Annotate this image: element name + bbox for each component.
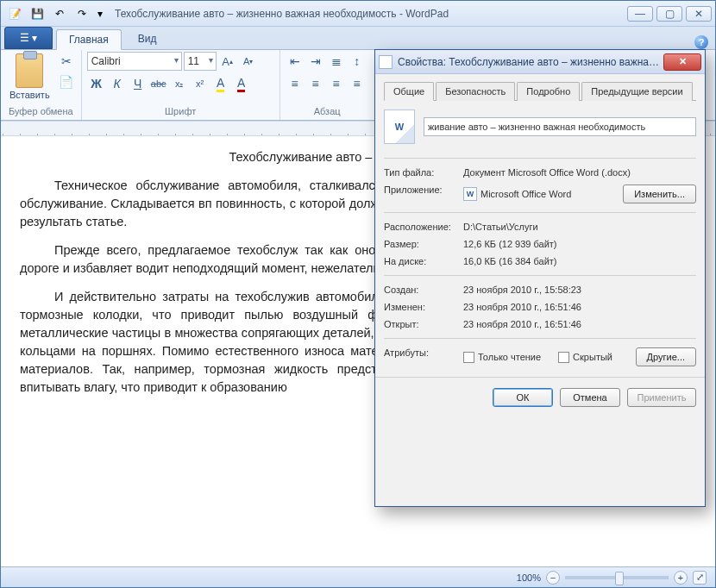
other-attrs-button[interactable]: Другие...	[636, 347, 696, 366]
tab-home[interactable]: Главная	[56, 29, 122, 50]
decrease-indent-icon[interactable]: ⇤	[286, 52, 305, 71]
clipboard-icon	[16, 53, 43, 88]
font-family-combo[interactable]: Calibri	[87, 52, 182, 71]
qat-dropdown-icon[interactable]: ▾	[94, 4, 106, 23]
group-font: Calibri 11 A▴ A▾ Ж К Ч abc x₂ x² A A	[82, 50, 280, 120]
zoom-slider[interactable]	[565, 576, 669, 579]
italic-button[interactable]: К	[108, 74, 127, 93]
row-modified: Изменен: 23 ноября 2010 г., 16:51:46	[384, 298, 696, 316]
readonly-label: Только чтение	[478, 352, 541, 362]
ondisk-label: На диске:	[384, 256, 463, 266]
zoom-label: 100%	[517, 572, 541, 583]
opened-value: 23 ноября 2010 г., 16:51:46	[463, 319, 696, 329]
tab-view[interactable]: Вид	[125, 28, 170, 49]
wp-app-icon[interactable]: 📝	[4, 4, 25, 23]
align-left-icon[interactable]: ≡	[286, 74, 305, 93]
app-value: W Microsoft Office Word	[463, 185, 623, 203]
dialog-close-button[interactable]: ✕	[663, 53, 701, 71]
underline-button[interactable]: Ч	[129, 74, 148, 93]
filetype-label: Тип файла:	[384, 167, 463, 178]
close-button[interactable]: ✕	[686, 6, 712, 22]
linespacing-icon[interactable]: ↕	[348, 52, 367, 71]
properties-dialog: Свойства: Техобслуживание авто – жизненн…	[374, 49, 706, 507]
save-icon[interactable]: 💾	[27, 4, 47, 23]
paste-button[interactable]: Вставить	[6, 52, 53, 102]
opened-label: Открыт:	[384, 319, 463, 329]
apply-button[interactable]: Применить	[627, 388, 696, 407]
hidden-label: Скрытый	[573, 352, 612, 362]
created-label: Создан:	[384, 285, 463, 295]
tab-general[interactable]: Общие	[384, 82, 434, 101]
hidden-checkbox[interactable]: Скрытый	[558, 352, 612, 363]
zoom-out-button[interactable]: −	[546, 571, 560, 585]
divider	[384, 338, 696, 339]
tab-security[interactable]: Безопасность	[436, 82, 515, 101]
shrink-font-icon[interactable]: A▾	[239, 52, 258, 71]
statusbar: 100% − + ⤢	[1, 566, 715, 587]
paste-label: Вставить	[9, 90, 50, 100]
cancel-button[interactable]: Отмена	[560, 388, 620, 407]
highlight-icon[interactable]: A	[211, 74, 230, 93]
created-value: 23 ноября 2010 г., 15:58:23	[463, 285, 696, 295]
readonly-checkbox[interactable]: Только чтение	[463, 352, 541, 363]
filename-text: живание авто – жизненно важная необходим…	[428, 122, 645, 132]
tab-previous-versions[interactable]: Предыдущие версии	[581, 82, 692, 101]
row-app: Приложение: W Microsoft Office Word Изме…	[384, 181, 696, 207]
tab-details[interactable]: Подробно	[517, 82, 580, 101]
row-opened: Открыт: 23 ноября 2010 г., 16:51:46	[384, 316, 696, 333]
checkbox-icon	[463, 352, 474, 363]
help-icon[interactable]: ?	[694, 35, 708, 49]
subscript-button[interactable]: x₂	[170, 74, 189, 93]
font-size-combo[interactable]: 11	[184, 52, 217, 71]
dialog-title: Свойства: Техобслуживание авто – жизненн…	[398, 56, 663, 68]
row-location: Расположение: D:\Статьи\Услуги	[384, 218, 696, 235]
grow-font-icon[interactable]: A▴	[218, 52, 237, 71]
attrs-label: Атрибуты:	[384, 347, 463, 366]
strike-button[interactable]: abc	[149, 74, 168, 93]
divider	[384, 158, 696, 159]
superscript-button[interactable]: x²	[191, 74, 210, 93]
word-doc-icon: W	[384, 109, 415, 144]
location-value: D:\Статьи\Услуги	[463, 222, 696, 232]
menu-icon: ☰ ▾	[20, 32, 37, 44]
minimize-button[interactable]: —	[627, 6, 653, 22]
dialog-tabs: Общие Безопасность Подробно Предыдущие в…	[384, 81, 696, 101]
change-app-button[interactable]: Изменить...	[623, 185, 696, 203]
zoom-in-button[interactable]: +	[674, 571, 688, 585]
bold-button[interactable]: Ж	[87, 74, 106, 93]
ok-button[interactable]: ОК	[493, 388, 553, 407]
align-center-icon[interactable]: ≡	[306, 74, 325, 93]
word-app-icon: W	[463, 187, 477, 201]
font-color-icon[interactable]: A	[232, 74, 251, 93]
maximize-button[interactable]: ▢	[656, 6, 682, 22]
window-buttons: — ▢ ✕	[627, 6, 712, 22]
align-justify-icon[interactable]: ≡	[348, 74, 367, 93]
row-filetype: Тип файла: Документ Microsoft Office Wor…	[384, 164, 696, 181]
group-paragraph: ⇤ ⇥ ≣ ↕ ≡ ≡ ≡ ≡ Абзац	[280, 50, 375, 120]
align-right-icon[interactable]: ≡	[327, 74, 346, 93]
window-title: Техобслуживание авто – жизненно важная н…	[115, 8, 627, 20]
ondisk-value: 16,0 КБ (16 384 байт)	[463, 256, 696, 266]
filetype-value: Документ Microsoft Office Word (.docx)	[463, 167, 696, 178]
row-size: Размер: 12,6 КБ (12 939 байт)	[384, 235, 696, 253]
size-value: 12,6 КБ (12 939 байт)	[463, 239, 696, 249]
copy-icon[interactable]: 📄	[57, 72, 76, 91]
bullets-icon[interactable]: ≣	[327, 52, 346, 71]
file-menu-button[interactable]: ☰ ▾	[4, 27, 53, 49]
dialog-icon	[379, 55, 393, 69]
group-clipboard: Вставить ✂ 📄 Буфер обмена	[1, 50, 82, 120]
checkbox-icon	[558, 352, 569, 363]
cut-icon[interactable]: ✂	[57, 52, 76, 71]
redo-icon[interactable]: ↷	[72, 4, 92, 23]
undo-icon[interactable]: ↶	[49, 4, 70, 23]
file-header: W живание авто – жизненно важная необход…	[384, 109, 696, 144]
modified-value: 23 ноября 2010 г., 16:51:46	[463, 302, 696, 312]
dialog-footer: ОК Отмена Применить	[375, 377, 705, 416]
dialog-body: Общие Безопасность Подробно Предыдущие в…	[375, 74, 705, 506]
zoom-fit-button[interactable]: ⤢	[693, 571, 707, 585]
increase-indent-icon[interactable]: ⇥	[306, 52, 325, 71]
row-ondisk: На диске: 16,0 КБ (16 384 байт)	[384, 253, 696, 270]
location-label: Расположение:	[384, 222, 463, 232]
dialog-titlebar[interactable]: Свойства: Техобслуживание авто – жизненн…	[375, 50, 705, 74]
filename-field[interactable]: живание авто – жизненно важная необходим…	[424, 117, 696, 136]
